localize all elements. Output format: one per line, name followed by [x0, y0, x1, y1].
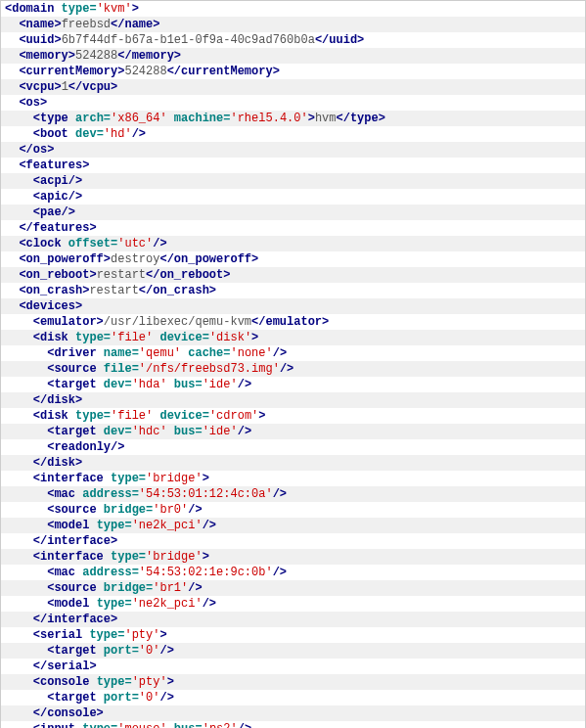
token-tag: <features>: [19, 159, 89, 172]
token-val: 'hdc': [132, 425, 167, 438]
token-tag: <name>: [19, 18, 61, 31]
token-attr: type=: [82, 722, 117, 728]
token-attr: type=: [97, 597, 132, 611]
token-tag: />: [273, 346, 287, 360]
token-tag: </currentMemory>: [167, 65, 280, 78]
token-tag: <pae/>: [33, 205, 75, 219]
token-attr: file=: [104, 362, 139, 376]
token-tag: >: [132, 2, 139, 16]
code-line: <disk type='file' device='cdrom'>: [1, 408, 585, 424]
token-tag: <disk: [33, 409, 75, 423]
code-line: </os>: [1, 142, 585, 158]
token-attr: port=: [104, 691, 139, 705]
token-attr: port=: [104, 644, 139, 658]
token-attr: bridge=: [104, 581, 153, 595]
token-attr: arch=: [75, 112, 111, 125]
code-line: <boot dev='hd'/>: [1, 126, 585, 142]
token-val: 'pty': [132, 675, 167, 689]
code-line: <model type='ne2k_pci'/>: [1, 518, 585, 533]
token-attr: dev=: [104, 378, 132, 391]
token-attr: device=: [153, 409, 209, 423]
token-tag: <on_crash>: [19, 284, 89, 297]
token-tag: <type: [33, 112, 75, 125]
token-tag: <interface: [33, 472, 111, 485]
code-line: <vcpu>1</vcpu>: [1, 79, 585, 95]
token-attr: device=: [153, 331, 209, 344]
token-val: 'x86_64': [111, 112, 167, 125]
token-tag: <disk: [33, 331, 75, 344]
token-tag: >: [167, 675, 174, 689]
code-line: <currentMemory>524288</currentMemory>: [1, 64, 585, 79]
token-attr: type=: [75, 331, 111, 344]
code-line: <domain type='kvm'>: [1, 1, 585, 17]
token-attr: bus=: [167, 722, 203, 728]
xml-code-block: <domain type='kvm'> <name>freebsd</name>…: [0, 0, 586, 728]
token-tag: <vcpu>: [19, 80, 61, 94]
code-line: <on_poweroff>destroy</on_poweroff>: [1, 251, 585, 267]
code-line: <target port='0'/>: [1, 643, 585, 659]
token-val: 'ne2k_pci': [132, 597, 203, 611]
token-attr: type=: [89, 628, 124, 642]
code-line: </disk>: [1, 455, 585, 471]
token-tag: <acpi/>: [33, 174, 82, 188]
token-txt: 1: [62, 80, 68, 94]
token-val: 'utc': [117, 237, 153, 250]
token-tag: />: [132, 127, 146, 141]
token-tag: <source: [47, 581, 104, 595]
token-tag: <readonly/>: [47, 440, 124, 454]
token-tag: />: [238, 722, 251, 728]
token-tag: <interface: [33, 550, 111, 564]
token-tag: <mac: [47, 566, 82, 579]
token-attr: offset=: [68, 237, 117, 250]
token-tag: <os>: [19, 96, 47, 110]
token-tag: <target: [47, 425, 104, 438]
token-val: 'pty': [124, 628, 159, 642]
token-val: 'mouse': [117, 722, 166, 728]
token-attr: bus=: [167, 425, 203, 438]
code-line: <source bridge='br1'/>: [1, 580, 585, 596]
token-tag: </serial>: [33, 660, 97, 673]
token-tag: />: [238, 378, 251, 391]
token-attr: address=: [82, 487, 139, 501]
token-tag: <model: [47, 597, 96, 611]
token-tag: <uuid>: [19, 33, 61, 47]
token-tag: <mac: [47, 487, 82, 501]
code-line: <name>freebsd</name>: [1, 17, 585, 32]
code-line: <clock offset='utc'/>: [1, 236, 585, 251]
token-tag: </on_crash>: [139, 284, 216, 297]
token-tag: <source: [47, 362, 104, 376]
token-tag: <on_reboot>: [19, 268, 96, 282]
token-tag: <clock: [19, 237, 68, 250]
token-tag: />: [188, 581, 202, 595]
token-tag: />: [153, 237, 166, 250]
token-tag: <apic/>: [33, 190, 82, 204]
code-line: <target port='0'/>: [1, 690, 585, 705]
code-line: <readonly/>: [1, 439, 585, 455]
token-tag: </vcpu>: [68, 80, 117, 94]
token-tag: />: [159, 691, 173, 705]
code-line: <disk type='file' device='disk'>: [1, 330, 585, 345]
token-txt: restart: [97, 268, 146, 282]
token-txt: /usr/libexec/qemu-kvm: [104, 315, 251, 329]
code-line: <mac address='54:53:01:12:4c:0a'/>: [1, 486, 585, 502]
code-line: <apic/>: [1, 189, 585, 205]
code-line: <interface type='bridge'>: [1, 471, 585, 486]
token-tag: >: [308, 112, 315, 125]
token-tag: >: [159, 628, 166, 642]
code-line: <source bridge='br0'/>: [1, 502, 585, 518]
token-val: 'br1': [153, 581, 188, 595]
token-tag: >: [203, 550, 209, 564]
token-val: 'disk': [209, 331, 251, 344]
token-txt: 524288: [124, 65, 166, 78]
token-tag: </on_reboot>: [146, 268, 230, 282]
code-line: <serial type='pty'>: [1, 627, 585, 643]
token-attr: bridge=: [104, 503, 153, 517]
token-attr: name=: [104, 346, 139, 360]
token-tag: />: [273, 487, 287, 501]
token-val: '0': [139, 644, 160, 658]
token-txt: 524288: [75, 49, 117, 63]
code-line: <pae/>: [1, 205, 585, 220]
token-val: 'file': [111, 409, 153, 423]
token-tag: <boot: [33, 127, 75, 141]
token-tag: <on_poweroff>: [19, 252, 111, 266]
